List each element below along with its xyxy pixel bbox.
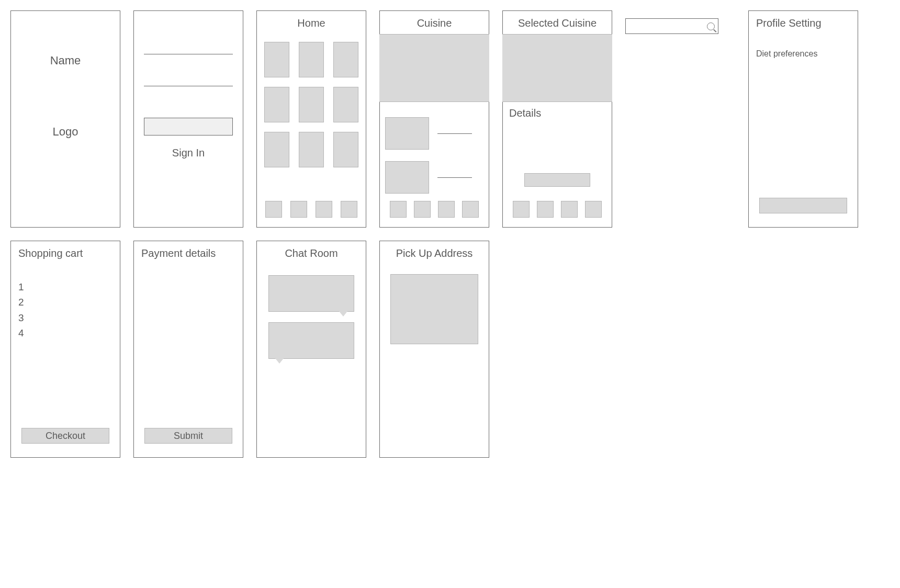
nav-item[interactable] bbox=[585, 201, 602, 218]
nav-item[interactable] bbox=[390, 201, 407, 218]
chat-bubble-incoming bbox=[268, 275, 354, 312]
wireframe-profile: Profile Setting Diet preferences bbox=[748, 10, 858, 228]
home-tile[interactable] bbox=[264, 87, 289, 122]
home-tile[interactable] bbox=[264, 132, 289, 167]
wireframe-payment: Payment details Submit bbox=[133, 241, 243, 458]
details-label: Details bbox=[509, 107, 541, 119]
signin-label: Sign In bbox=[172, 147, 205, 159]
cuisine-hero bbox=[379, 34, 489, 102]
nav-item[interactable] bbox=[513, 201, 530, 218]
wireframe-branding: Name Logo bbox=[10, 10, 120, 228]
profile-title: Profile Setting bbox=[754, 17, 822, 29]
selected-hero bbox=[502, 34, 612, 102]
search-panel bbox=[625, 10, 735, 228]
nav-item[interactable] bbox=[537, 201, 554, 218]
app-name-label: Name bbox=[50, 54, 81, 67]
wireframe-signin: Sign In bbox=[133, 10, 243, 228]
cart-items: 1 2 3 4 bbox=[16, 279, 24, 341]
cart-item: 1 bbox=[18, 279, 24, 295]
home-tile[interactable] bbox=[299, 42, 324, 77]
details-pill[interactable] bbox=[524, 173, 590, 187]
chat-bubble-outgoing bbox=[268, 322, 354, 359]
cuisine-item[interactable] bbox=[385, 161, 483, 194]
cart-item: 3 bbox=[18, 310, 24, 325]
home-tile[interactable] bbox=[299, 87, 324, 122]
home-tile[interactable] bbox=[264, 42, 289, 77]
wireframe-pickup: Pick Up Address bbox=[379, 241, 489, 458]
wireframe-cuisine: Cuisine bbox=[379, 10, 489, 228]
nav-item[interactable] bbox=[438, 201, 455, 218]
diet-preferences-label: Diet preferences bbox=[754, 49, 817, 59]
selected-title: Selected Cuisine bbox=[518, 17, 597, 29]
cart-item: 2 bbox=[18, 295, 24, 310]
nav-item[interactable] bbox=[414, 201, 431, 218]
cuisine-text-line bbox=[437, 133, 472, 134]
nav-item[interactable] bbox=[265, 201, 282, 218]
nav-item[interactable] bbox=[316, 201, 332, 218]
wireframe-chat: Chat Room bbox=[256, 241, 366, 458]
cuisine-thumbnail bbox=[385, 161, 429, 194]
signin-field-1[interactable] bbox=[144, 54, 233, 54]
home-tile[interactable] bbox=[333, 87, 358, 122]
cuisine-thumbnail bbox=[385, 117, 429, 150]
signin-input[interactable] bbox=[144, 118, 233, 135]
home-title: Home bbox=[297, 17, 325, 29]
pickup-map[interactable] bbox=[390, 274, 478, 344]
checkout-button[interactable]: Checkout bbox=[21, 428, 109, 444]
chat-title: Chat Room bbox=[285, 247, 338, 259]
cuisine-text-line bbox=[437, 177, 472, 178]
nav-item[interactable] bbox=[462, 201, 479, 218]
signin-field-2[interactable] bbox=[144, 86, 233, 86]
cuisine-title: Cuisine bbox=[417, 17, 452, 29]
search-input[interactable] bbox=[625, 18, 718, 34]
bottom-nav bbox=[390, 201, 479, 218]
submit-button[interactable]: Submit bbox=[144, 428, 232, 444]
payment-title: Payment details bbox=[139, 247, 216, 259]
home-tile[interactable] bbox=[333, 42, 358, 77]
home-grid bbox=[264, 42, 358, 167]
nav-item[interactable] bbox=[341, 201, 357, 218]
home-tile[interactable] bbox=[299, 132, 324, 167]
bottom-nav bbox=[265, 201, 357, 218]
cart-title: Shopping cart bbox=[16, 247, 83, 259]
app-logo-label: Logo bbox=[53, 125, 78, 139]
wireframe-cart: Shopping cart 1 2 3 4 Checkout bbox=[10, 241, 120, 458]
search-icon bbox=[707, 22, 715, 30]
cuisine-item[interactable] bbox=[385, 117, 483, 150]
nav-item[interactable] bbox=[561, 201, 578, 218]
profile-action-button[interactable] bbox=[759, 198, 847, 213]
cuisine-list bbox=[385, 117, 483, 194]
bottom-nav bbox=[513, 201, 602, 218]
wireframe-home: Home bbox=[256, 10, 366, 228]
nav-item[interactable] bbox=[290, 201, 307, 218]
cart-item: 4 bbox=[18, 325, 24, 341]
home-tile[interactable] bbox=[333, 132, 358, 167]
wireframe-selected-cuisine: Selected Cuisine Details bbox=[502, 10, 612, 228]
pickup-title: Pick Up Address bbox=[396, 247, 473, 259]
